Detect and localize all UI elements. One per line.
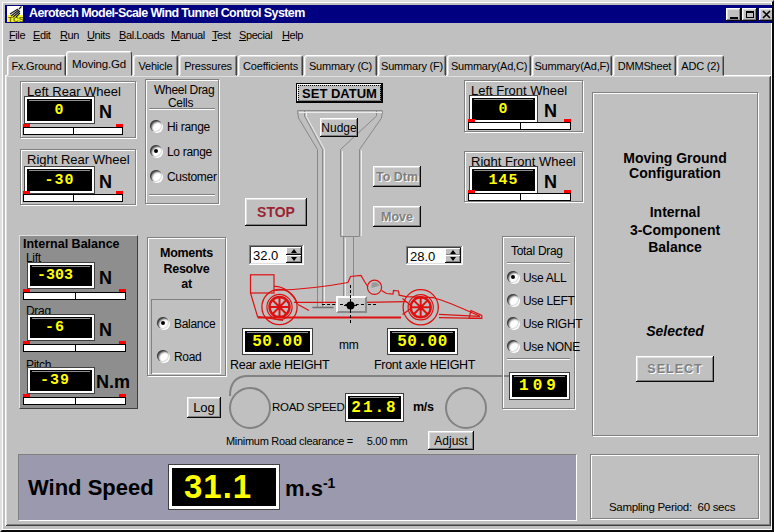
svg-text:TCS: TCS [8, 15, 23, 22]
